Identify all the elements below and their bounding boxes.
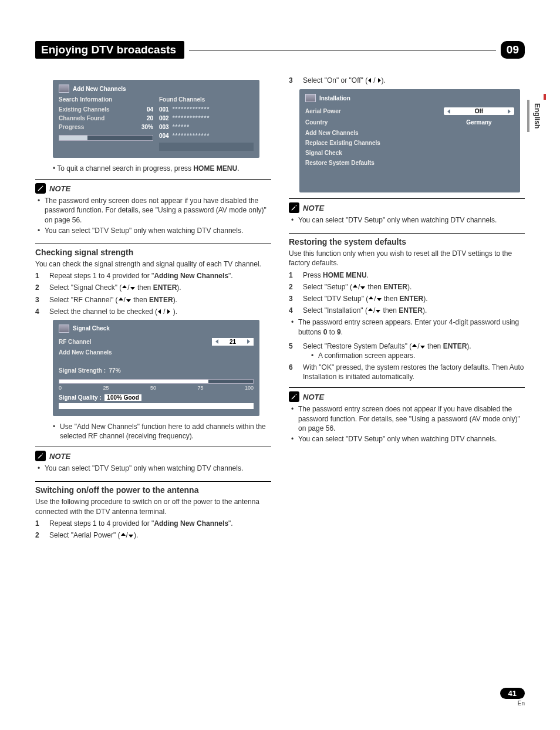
search-info-label: Search Information (59, 96, 153, 103)
up-arrow-icon (122, 285, 127, 290)
tv-icon (59, 85, 69, 93)
tv-icon (59, 325, 69, 333)
down-arrow-icon (420, 343, 426, 349)
osd-installation: Installation Aerial Power Off Country Ge… (299, 89, 520, 192)
osd-title: Add New Channels (73, 86, 126, 92)
chapter-header: Enjoying DTV broadcasts 09 (35, 41, 525, 59)
note-3-list: You can select "DTV Setup" only when wat… (289, 215, 525, 225)
checking-heading: Checking signal strength (35, 244, 271, 257)
signal-quality-bar (59, 403, 254, 409)
restore-steps: 1Press HOME MENU. 2Select "Setup" (/ the… (289, 271, 525, 316)
page-footer: 41 En (500, 688, 525, 707)
tv-icon (305, 94, 316, 102)
up-arrow-icon (368, 296, 374, 302)
down-arrow-icon (128, 532, 134, 538)
osd-title: Installation (319, 95, 350, 102)
note-2-list: You can select "DTV Setup" only when wat… (35, 464, 271, 473)
found-channels-label: Found Channels (159, 96, 254, 103)
note-4-list: The password entry screen does not appea… (289, 404, 525, 444)
restore-intro: Use this function only when you wish to … (289, 249, 525, 268)
page-lang: En (500, 700, 525, 707)
pencil-icon (35, 183, 46, 194)
chapter-title: Enjoying DTV broadcasts (35, 41, 184, 59)
right-column: 3 Select "On" or "Off" (/). Installation… (289, 76, 525, 542)
note-header-1: NOTE (35, 179, 271, 194)
osd-title: Signal Check (73, 325, 110, 332)
antenna-steps: 1Repeat steps 1 to 4 provided for "Addin… (35, 519, 271, 540)
country-value: Germany (444, 119, 514, 126)
left-arrow-icon (367, 77, 373, 83)
chapter-number: 09 (501, 41, 525, 59)
right-arrow-icon (165, 309, 171, 315)
rf-channel-value: 21 (212, 338, 254, 346)
restore-step5: 5Select "Restore System Defaults" (/ the… (289, 342, 525, 382)
up-arrow-icon (352, 284, 358, 290)
down-arrow-icon (126, 297, 131, 303)
pencil-icon (289, 391, 299, 402)
down-arrow-icon (360, 284, 366, 290)
after-signal-list: Use "Add New Channels" function here to … (50, 422, 271, 441)
header-rule (189, 50, 496, 50)
checking-steps: 1Repeat steps 1 to 4 provided for "Addin… (35, 271, 271, 316)
pencil-icon (35, 451, 46, 461)
restore-after4: The password entry screen appears. Enter… (289, 317, 525, 336)
note-1-list: The password entry screen does not appea… (35, 196, 271, 235)
restore-heading: Restoring the system defaults (289, 233, 525, 246)
down-arrow-icon (376, 296, 382, 302)
note-header-2: NOTE (35, 447, 271, 461)
up-arrow-icon (411, 343, 417, 349)
note-header-3: NOTE (289, 198, 525, 213)
right-step3: 3 Select "On" or "Off" (/). (289, 76, 525, 85)
osd-add-channels: Add New Channels Search Information Exis… (53, 80, 259, 158)
page-number: 41 (500, 688, 525, 699)
checking-intro: You can check the signal strength and si… (35, 259, 271, 269)
aerial-power-selector: Off (444, 107, 514, 115)
left-column: Add New Channels Search Information Exis… (35, 76, 271, 542)
antenna-intro: Use the following procedure to switch on… (35, 497, 271, 516)
up-arrow-icon (120, 532, 126, 538)
antenna-heading: Switching on/off the power to the antenn… (35, 481, 271, 495)
up-arrow-icon (118, 297, 124, 303)
right-arrow-icon (376, 77, 382, 83)
signal-strength-bar (59, 379, 254, 384)
note-header-4: NOTE (289, 387, 525, 402)
language-tab: English (527, 100, 542, 132)
progress-bar (59, 135, 153, 141)
quit-note: • To quit a channel search in progress, … (53, 164, 271, 173)
down-arrow-icon (130, 285, 136, 290)
pencil-icon (289, 202, 299, 213)
down-arrow-icon (375, 307, 381, 313)
up-arrow-icon (367, 307, 373, 313)
osd-signal-check: Signal Check RF Channel 21 Add New Chann… (53, 320, 259, 416)
left-arrow-icon (157, 309, 163, 315)
